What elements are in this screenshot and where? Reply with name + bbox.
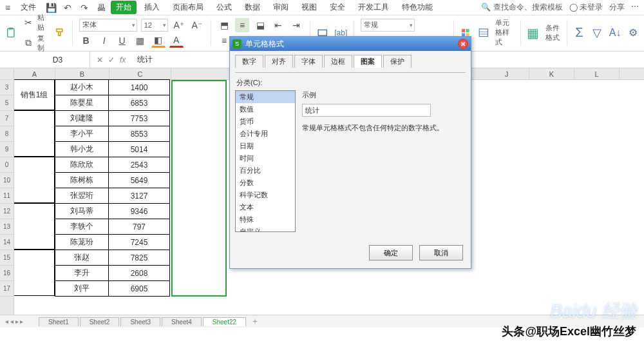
cell-value[interactable]: 7825 xyxy=(108,250,170,266)
number-format-select[interactable]: 常规 xyxy=(361,19,415,32)
format-painter-button[interactable] xyxy=(55,20,66,46)
col-M[interactable]: M xyxy=(620,68,644,80)
cell-value[interactable]: 6853 xyxy=(108,95,170,111)
more-icon[interactable]: ⋯ xyxy=(631,2,639,13)
cell-name[interactable]: 刘马蒂 xyxy=(55,203,109,219)
col-B[interactable]: B xyxy=(55,68,109,79)
tab-formula[interactable]: 公式 xyxy=(211,1,237,14)
dialog-titlebar[interactable]: S 单元格格式 ✕ xyxy=(230,37,471,51)
cell-group[interactable] xyxy=(14,157,55,203)
login-state[interactable]: ◯ 未登录 xyxy=(569,2,603,13)
sort-button[interactable]: A↓ xyxy=(609,20,621,46)
sheet-tab[interactable]: Sheet4 xyxy=(162,317,202,326)
share-button[interactable]: 分享 xyxy=(609,2,625,13)
cell-value[interactable]: 8553 xyxy=(108,126,170,142)
sheet-tab[interactable]: Sheet2 xyxy=(80,317,120,326)
category-list[interactable]: 常规数值货币会计专用日期时间百分比分数科学记数文本特殊自定义 xyxy=(235,90,296,232)
tab-features[interactable]: 特色功能 xyxy=(397,1,438,14)
bold-icon[interactable]: B xyxy=(79,34,93,48)
ok-button[interactable]: 确定 xyxy=(369,245,413,260)
cancel-button[interactable]: 取消 xyxy=(419,245,463,260)
cancel-formula-icon[interactable]: ✕ xyxy=(97,55,103,64)
category-item[interactable]: 科学记数 xyxy=(236,189,295,201)
print-icon[interactable]: 🖶 xyxy=(94,1,108,15)
indent-dec-icon[interactable]: ⇤ xyxy=(271,18,285,32)
cell-group[interactable] xyxy=(14,110,55,157)
cell-value[interactable]: 9346 xyxy=(108,203,170,219)
col-A[interactable]: A xyxy=(14,68,55,79)
category-item[interactable]: 百分比 xyxy=(236,164,295,177)
row-header[interactable]: 3 xyxy=(0,80,14,95)
tab-view[interactable]: 视图 xyxy=(296,1,322,14)
tab-data[interactable]: 数据 xyxy=(240,1,265,14)
cell-group[interactable] xyxy=(14,203,55,250)
tab-pagelayout[interactable]: 页面布局 xyxy=(167,1,209,14)
category-item[interactable]: 数值 xyxy=(236,103,295,115)
row-header[interactable]: 13 xyxy=(0,219,14,235)
cell-name[interactable]: 韩小龙 xyxy=(55,141,109,157)
fx-icon[interactable]: fx xyxy=(120,55,126,64)
tab-review[interactable]: 审阅 xyxy=(268,1,294,14)
cell-name[interactable]: 刘建隆 xyxy=(55,110,109,126)
row-header[interactable]: 9 xyxy=(0,142,14,157)
cell-value[interactable]: 797 xyxy=(108,219,170,235)
font-name-select[interactable]: 宋体 xyxy=(79,19,137,32)
tab-security[interactable]: 安全 xyxy=(325,1,350,14)
cell-value[interactable]: 5014 xyxy=(108,141,170,157)
cell-value[interactable]: 6905 xyxy=(108,280,170,297)
category-item[interactable]: 特殊 xyxy=(236,213,295,226)
category-item[interactable]: 自定义 xyxy=(236,226,295,232)
border-icon[interactable]: ▦ xyxy=(133,34,147,48)
cell-value[interactable]: 7753 xyxy=(108,110,170,126)
cell-name[interactable]: 陈欣欣 xyxy=(55,157,109,173)
find-button[interactable]: ⚙ xyxy=(627,20,639,46)
tab-start[interactable]: 开始 xyxy=(111,1,137,14)
formula-input[interactable]: 统计 xyxy=(132,54,153,65)
category-item[interactable]: 货币 xyxy=(236,115,295,128)
cell-name[interactable]: 赵小木 xyxy=(55,79,109,95)
cell-name[interactable]: 李升 xyxy=(55,265,109,281)
cell-group[interactable] xyxy=(14,250,55,296)
cell-name[interactable]: 李轶个 xyxy=(55,219,109,235)
app-menu-icon[interactable]: ≡ xyxy=(5,3,10,13)
col-C[interactable]: C xyxy=(109,68,171,79)
row-header[interactable]: 14 xyxy=(0,235,14,250)
cell-value[interactable]: 7245 xyxy=(108,234,170,250)
add-sheet-icon[interactable]: ＋ xyxy=(251,316,259,327)
category-item[interactable]: 常规 xyxy=(236,91,295,103)
row-header[interactable]: 11 xyxy=(0,188,14,204)
copy-icon[interactable]: ⧉ xyxy=(23,36,34,50)
close-icon[interactable]: ✕ xyxy=(458,39,468,49)
row-header[interactable]: 15 xyxy=(0,250,14,266)
category-item[interactable]: 文本 xyxy=(236,201,295,213)
cell-name[interactable]: 张翌珩 xyxy=(55,188,109,204)
formatp-label[interactable]: 复制 xyxy=(37,34,48,53)
cell-name[interactable]: 陈茏玢 xyxy=(55,234,109,250)
insert-button[interactable]: ▦ xyxy=(527,20,539,46)
category-item[interactable]: 日期 xyxy=(236,140,295,152)
tab-devtools[interactable]: 开发工具 xyxy=(353,1,394,14)
cell-value[interactable]: 1400 xyxy=(108,79,170,95)
copy-label[interactable]: 粘贴 xyxy=(37,13,48,32)
dialog-tab[interactable]: 保护 xyxy=(383,55,412,68)
cell-group[interactable]: 销售1组 xyxy=(14,79,55,110)
cell-name[interactable]: 陈树栋 xyxy=(55,172,109,188)
indent-inc-icon[interactable]: ⇥ xyxy=(289,18,303,32)
row-header[interactable]: 8 xyxy=(0,126,14,142)
cell-value[interactable]: 3127 xyxy=(108,188,170,204)
fill-color-icon[interactable]: ◧ xyxy=(151,34,166,48)
cell-name[interactable]: 李小平 xyxy=(55,126,109,142)
paste-button[interactable] xyxy=(5,20,17,46)
sheet-tab[interactable]: Sheet1 xyxy=(39,317,79,326)
filter-button[interactable]: ▽ xyxy=(591,20,603,46)
table-style-button[interactable] xyxy=(478,20,489,46)
cut-icon[interactable]: ✂ xyxy=(23,15,34,30)
align-top-icon[interactable]: ⬒ xyxy=(217,18,231,32)
dialog-tab[interactable]: 字体 xyxy=(294,55,323,68)
undo-icon[interactable]: ↶ xyxy=(61,1,75,15)
col-K[interactable]: K xyxy=(529,68,574,80)
category-item[interactable]: 分数 xyxy=(236,177,295,189)
align-bot-icon[interactable]: ⬓ xyxy=(253,18,267,32)
category-item[interactable]: 会计专用 xyxy=(236,128,295,140)
cell-value[interactable]: 5649 xyxy=(108,172,170,188)
